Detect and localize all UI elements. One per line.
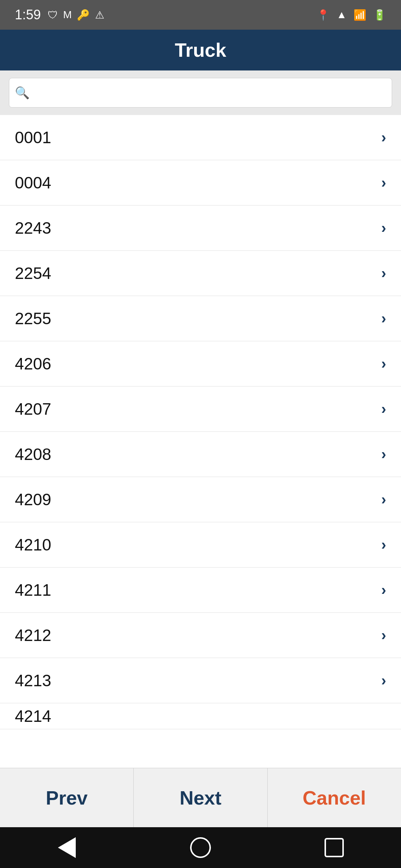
truck-number: 4206 xyxy=(15,355,51,373)
search-container: 🔍 xyxy=(0,70,401,115)
list-item[interactable]: 2243 › xyxy=(0,206,401,251)
chevron-right-icon: › xyxy=(381,536,386,553)
list-item[interactable]: 4208 › xyxy=(0,432,401,477)
mail-icon: M xyxy=(63,9,72,21)
list-item[interactable]: 2254 › xyxy=(0,251,401,296)
list-item[interactable]: 4211 › xyxy=(0,568,401,613)
list-item[interactable]: 4206 › xyxy=(0,341,401,387)
truck-number: 2243 xyxy=(15,219,51,237)
back-icon xyxy=(58,837,76,858)
chevron-right-icon: › xyxy=(381,491,386,508)
battery-icon: 🔋 xyxy=(373,9,386,21)
search-wrapper: 🔍 xyxy=(9,78,392,108)
truck-number: 4210 xyxy=(15,536,51,554)
prev-button[interactable]: Prev xyxy=(0,768,134,827)
chevron-right-icon: › xyxy=(381,174,386,191)
truck-number: 4207 xyxy=(15,400,51,418)
nav-home-button[interactable] xyxy=(186,833,215,862)
list-item[interactable]: 0004 › xyxy=(0,160,401,206)
nav-back-button[interactable] xyxy=(52,833,82,862)
chevron-right-icon: › xyxy=(381,582,386,598)
wifi-icon: ▲ xyxy=(336,9,347,21)
nav-bar xyxy=(0,827,401,868)
list-item[interactable]: 4212 › xyxy=(0,613,401,658)
status-left: 1:59 🛡 M 🔑 ⚠ xyxy=(15,7,104,23)
truck-number: 0004 xyxy=(15,174,51,192)
truck-number: 4212 xyxy=(15,626,51,645)
chevron-right-icon: › xyxy=(381,220,386,236)
chevron-right-icon: › xyxy=(381,310,386,327)
app-header: Truck xyxy=(0,30,401,70)
signal-icon: 📶 xyxy=(353,9,366,21)
list-item[interactable]: 4209 › xyxy=(0,477,401,522)
chevron-right-icon: › xyxy=(381,401,386,417)
search-input[interactable] xyxy=(9,78,392,108)
chevron-right-icon: › xyxy=(381,355,386,372)
search-icon: 🔍 xyxy=(15,86,30,100)
recents-icon xyxy=(325,838,344,857)
chevron-right-icon: › xyxy=(381,627,386,644)
lock-icon: 🔑 xyxy=(77,9,90,21)
status-time: 1:59 xyxy=(15,7,41,23)
status-left-icons: 🛡 M 🔑 ⚠ xyxy=(48,9,104,21)
truck-number: 4213 xyxy=(15,671,51,690)
truck-number: 4208 xyxy=(15,445,51,464)
chevron-right-icon: › xyxy=(381,129,386,146)
nav-recents-button[interactable] xyxy=(319,833,349,862)
truck-number: 2255 xyxy=(15,309,51,328)
shield-icon: 🛡 xyxy=(48,9,58,21)
truck-number: 4214 xyxy=(15,707,51,726)
list-item[interactable]: 4214 xyxy=(0,703,401,729)
location-icon: 📍 xyxy=(317,9,330,21)
truck-number: 0001 xyxy=(15,128,51,147)
chevron-right-icon: › xyxy=(381,672,386,689)
truck-number: 4209 xyxy=(15,490,51,509)
list-item[interactable]: 4213 › xyxy=(0,658,401,703)
truck-list: 0001 › 0004 › 2243 › 2254 › 2255 › 4206 … xyxy=(0,115,401,768)
status-bar: 1:59 🛡 M 🔑 ⚠ 📍 ▲ 📶 🔋 xyxy=(0,0,401,30)
action-bar: Prev Next Cancel xyxy=(0,768,401,827)
page-title: Truck xyxy=(175,39,226,61)
alert-icon: ⚠ xyxy=(95,9,104,21)
next-button[interactable]: Next xyxy=(134,768,267,827)
home-icon xyxy=(190,837,211,858)
list-item[interactable]: 4210 › xyxy=(0,522,401,568)
status-right-icons: 📍 ▲ 📶 🔋 xyxy=(317,9,386,21)
cancel-button[interactable]: Cancel xyxy=(268,768,401,827)
chevron-right-icon: › xyxy=(381,446,386,463)
list-item[interactable]: 2255 › xyxy=(0,296,401,341)
truck-number: 4211 xyxy=(15,581,51,599)
chevron-right-icon: › xyxy=(381,265,386,282)
list-item[interactable]: 4207 › xyxy=(0,387,401,432)
list-item[interactable]: 0001 › xyxy=(0,115,401,160)
truck-number: 2254 xyxy=(15,264,51,283)
